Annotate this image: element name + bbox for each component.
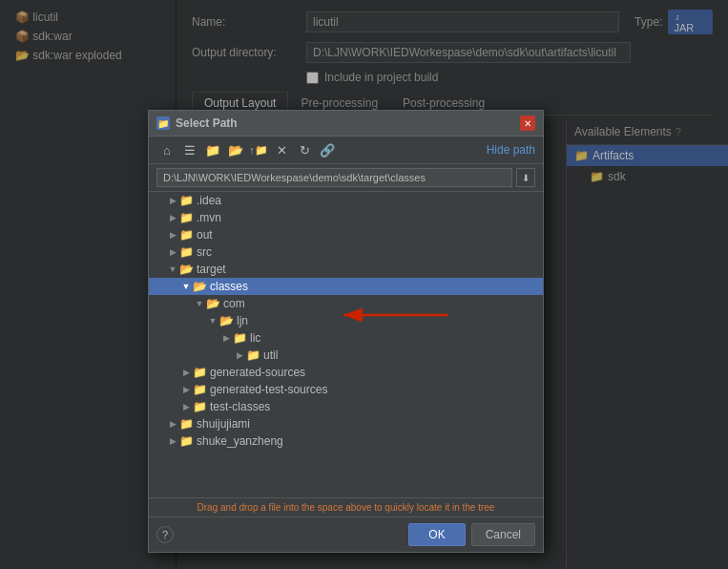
folder-icon-classes: 📂 [193, 280, 207, 293]
expand-arrow-classes: ▼ [179, 282, 193, 291]
tree-label-com: com [223, 297, 245, 310]
tree-item-src[interactable]: ▶ 📁 src [149, 243, 543, 261]
expand-arrow-ljn: ▼ [206, 316, 219, 326]
tree-item-mvn[interactable]: ▶ 📁 .mvn [149, 209, 543, 226]
toolbar-collapse-button[interactable]: ☰ [179, 140, 200, 159]
folder-icon-com: 📂 [206, 297, 220, 310]
toolbar-home-button[interactable]: ⌂ [156, 140, 177, 159]
tree-label-idea: .idea [197, 194, 221, 207]
expand-arrow-lic: ▶ [219, 333, 233, 343]
tree-label-lic: lic [250, 331, 260, 345]
tree-label-target: target [197, 263, 226, 276]
tree-label-shuke-yanzheng: shuke_yanzheng [197, 434, 283, 448]
expand-arrow-shuke-yanzheng: ▶ [166, 436, 179, 446]
tree-item-target[interactable]: ▼ 📂 target [149, 261, 543, 278]
tree-item-ljn[interactable]: ▼ 📂 ljn [149, 312, 543, 329]
expand-arrow-test-classes: ▶ [179, 402, 193, 411]
tree-label-classes: classes [210, 280, 248, 293]
toolbar-refresh-button[interactable]: ↻ [294, 140, 315, 159]
dialog-help-button[interactable]: ? [156, 526, 174, 543]
path-input[interactable] [156, 168, 512, 187]
folder-icon-out: 📁 [179, 228, 194, 242]
toolbar-delete-button[interactable]: ✕ [271, 140, 292, 159]
expand-arrow-target: ▼ [166, 264, 179, 274]
dialog-title: 📁 Select Path [156, 116, 238, 130]
expand-arrow-generated-test-sources: ▶ [179, 385, 193, 394]
dialog-title-icon: 📁 [156, 116, 170, 130]
tree-label-test-classes: test-classes [210, 400, 270, 413]
hide-path-link[interactable]: Hide path [487, 143, 535, 157]
dialog-footer: ? OK Cancel [149, 516, 543, 552]
tree-item-util[interactable]: ▶ 📁 util [149, 347, 543, 364]
drag-hint: Drag and drop a file into the space abov… [149, 497, 543, 516]
tree-container[interactable]: ▶ 📁 .idea ▶ 📁 .mvn ▶ 📁 out ▶ 📁 src ▼ 📂 t… [149, 192, 543, 497]
footer-buttons: OK Cancel [408, 523, 535, 546]
tree-item-shuijujiami[interactable]: ▶ 📁 shuijujiami [149, 415, 543, 432]
dialog-titlebar: 📁 Select Path ✕ [149, 111, 543, 137]
expand-arrow-out: ▶ [166, 230, 179, 240]
tree-item-idea[interactable]: ▶ 📁 .idea [149, 192, 543, 209]
folder-icon-src: 📁 [179, 245, 194, 259]
tree-item-out[interactable]: ▶ 📁 out [149, 226, 543, 243]
drag-hint-text: Drag and drop a file into the space abov… [198, 502, 495, 513]
expand-arrow-idea: ▶ [166, 196, 179, 205]
folder-icon-shuijujiami: 📁 [179, 417, 194, 431]
ok-button[interactable]: OK [408, 523, 465, 546]
dialog-title-text: Select Path [176, 116, 238, 130]
dialog-close-button[interactable]: ✕ [520, 116, 535, 131]
tree-label-shuijujiami: shuijujiami [197, 417, 250, 431]
expand-arrow-shuijujiami: ▶ [166, 419, 179, 429]
tree-label-generated-sources: generated-sources [210, 366, 305, 379]
folder-icon-test-classes: 📁 [193, 400, 207, 413]
path-dropdown-button[interactable]: ⬇ [516, 168, 535, 187]
tree-item-lic[interactable]: ▶ 📁 lic [149, 329, 543, 347]
expand-arrow-src: ▶ [166, 247, 179, 257]
toolbar-folder-up-button[interactable]: ↑📁 [248, 140, 269, 159]
folder-icon-generated-test-sources: 📁 [193, 383, 207, 396]
path-input-row: ⬇ [149, 164, 543, 192]
folder-icon-util: 📁 [246, 348, 260, 362]
toolbar-link-button[interactable]: 🔗 [317, 140, 338, 159]
dialog-toolbar: ⌂ ☰ 📁 📂 ↑📁 ✕ ↻ 🔗 Hide path [149, 137, 543, 164]
tree-label-ljn: ljn [237, 314, 248, 327]
folder-icon-ljn: 📂 [219, 314, 234, 327]
tree-item-classes[interactable]: ▼ 📂 classes [149, 278, 543, 295]
folder-icon-shuke-yanzheng: 📁 [179, 434, 194, 448]
tree-item-generated-test-sources[interactable]: ▶ 📁 generated-test-sources [149, 381, 543, 398]
folder-icon-generated-sources: 📁 [193, 366, 207, 379]
tree-label-util: util [263, 348, 278, 362]
expand-arrow-generated-sources: ▶ [179, 368, 193, 377]
toolbar-new-folder2-button[interactable]: 📂 [225, 140, 246, 159]
tree-item-com[interactable]: ▼ 📂 com [149, 295, 543, 312]
folder-icon-idea: 📁 [179, 194, 194, 207]
tree-label-src: src [197, 245, 212, 259]
tree-item-test-classes[interactable]: ▶ 📁 test-classes [149, 398, 543, 415]
tree-label-generated-test-sources: generated-test-sources [210, 383, 327, 396]
expand-arrow-mvn: ▶ [166, 213, 179, 222]
folder-icon-mvn: 📁 [179, 211, 194, 224]
tree-item-shuke-yanzheng[interactable]: ▶ 📁 shuke_yanzheng [149, 432, 543, 450]
toolbar-new-folder-button[interactable]: 📁 [202, 140, 223, 159]
expand-arrow-com: ▼ [193, 299, 206, 308]
expand-arrow-util: ▶ [233, 350, 246, 360]
cancel-button[interactable]: Cancel [471, 523, 535, 546]
tree-label-out: out [197, 228, 213, 242]
select-path-dialog: 📁 Select Path ✕ ⌂ ☰ 📁 📂 ↑📁 ✕ ↻ 🔗 Hide pa… [148, 110, 544, 553]
folder-icon-target: 📂 [179, 263, 194, 276]
folder-icon-lic: 📁 [233, 331, 247, 345]
tree-label-mvn: .mvn [197, 211, 221, 224]
tree-item-generated-sources[interactable]: ▶ 📁 generated-sources [149, 364, 543, 381]
